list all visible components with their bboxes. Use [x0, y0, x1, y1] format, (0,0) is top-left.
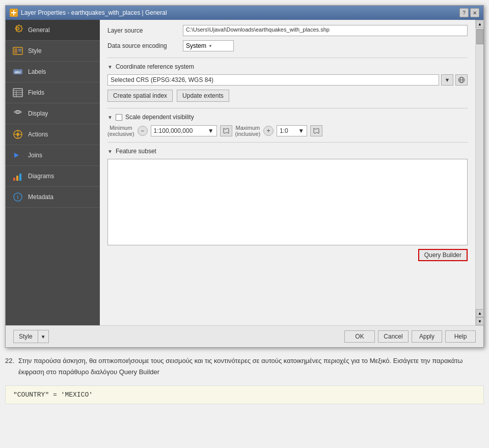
app-icon: [10, 9, 18, 17]
layer-source-label: Layer source: [107, 27, 179, 34]
window-body: General Style abc: [6, 20, 483, 325]
style-dropdown-btn[interactable]: ▼: [38, 330, 49, 343]
joins-icon: [12, 149, 24, 161]
sidebar-item-general[interactable]: General: [6, 20, 100, 41]
layer-source-value: C:\Users\Ujaval\Downloads\earthquakes_wi…: [183, 25, 468, 36]
scroll-down-btn[interactable]: ▼: [476, 317, 484, 325]
feature-subset-textarea[interactable]: [107, 159, 468, 245]
general-icon: [12, 24, 24, 36]
sidebar-item-style[interactable]: Style: [6, 41, 100, 62]
sidebar-fields-label: Fields: [28, 89, 44, 96]
svg-marker-31: [314, 128, 319, 133]
sidebar-labels-label: Labels: [28, 68, 46, 75]
svg-marker-30: [224, 128, 229, 133]
fields-icon: [12, 87, 24, 99]
numbered-paragraph: 22. Στην παρούσα άσκηση, θα οπτικοποιήσο…: [5, 355, 484, 378]
minimum-group: Minimum (exclusive): [107, 125, 134, 137]
plus-scale-btn[interactable]: +: [263, 126, 274, 136]
sidebar-display-label: Display: [28, 110, 48, 117]
query-builder-row: Query Builder: [107, 249, 468, 261]
layer-properties-window: Layer Properties - earthquakes_with_plac…: [5, 5, 484, 348]
crs-dropdown-btn[interactable]: ▼: [441, 74, 453, 86]
scroll-bottom-arrows: ▲ ▼: [476, 309, 483, 325]
sidebar-item-fields[interactable]: Fields: [6, 82, 100, 103]
maximum-scale-combo[interactable]: 1:0 ▼: [277, 125, 307, 136]
feature-subset-triangle: ▼: [107, 149, 113, 154]
feature-subset-label: Feature subset: [116, 148, 156, 155]
help-btn[interactable]: Help: [445, 330, 476, 343]
svg-rect-24: [19, 174, 21, 181]
cancel-btn[interactable]: Cancel: [378, 330, 409, 343]
crs-triangle: ▼: [107, 64, 113, 70]
metadata-icon: i: [12, 191, 24, 203]
maximum-inclusive-label: (inclusive): [235, 131, 261, 137]
style-btn-group: Style ▼: [13, 330, 49, 343]
diagrams-icon: [12, 170, 24, 182]
maximum-group: Maximum (inclusive): [235, 125, 261, 137]
labels-icon: abc: [12, 66, 24, 78]
encoding-row: Data source encoding System ▼: [107, 40, 468, 51]
main-panel: Layer source C:\Users\Ujaval\Downloads\e…: [100, 20, 475, 325]
svg-point-2: [17, 27, 19, 30]
code-block: "COUNTRY" = 'MEXICO': [5, 385, 484, 404]
min-combo-arrow: ▼: [208, 127, 214, 134]
svg-point-14: [17, 111, 19, 114]
scroll-up2-btn[interactable]: ▲: [476, 309, 484, 317]
max-map-icon-btn[interactable]: [310, 125, 322, 136]
crs-value-display: Selected CRS (EPSG:4326, WGS 84): [107, 74, 439, 86]
window-controls: ? ✕: [459, 8, 479, 17]
crs-globe-btn[interactable]: [455, 74, 468, 86]
title-bar: Layer Properties - earthquakes_with_plac…: [6, 6, 483, 20]
sidebar-item-labels[interactable]: abc Labels: [6, 62, 100, 82]
update-extents-btn[interactable]: Update extents: [177, 90, 229, 102]
sidebar-item-diagrams[interactable]: Diagrams: [6, 166, 100, 187]
layer-source-row: Layer source C:\Users\Ujaval\Downloads\e…: [107, 25, 468, 36]
sidebar-item-display[interactable]: Display: [6, 103, 100, 124]
sidebar-item-metadata[interactable]: i Metadata: [6, 187, 100, 208]
create-spatial-index-btn[interactable]: Create spatial index: [107, 90, 173, 102]
feature-subset-header: ▼ Feature subset: [107, 148, 468, 155]
max-combo-arrow: ▼: [298, 127, 304, 134]
scroll-up-btn[interactable]: ▲: [476, 20, 484, 28]
apply-btn[interactable]: Apply: [412, 330, 442, 343]
encoding-dropdown-arrow: ▼: [208, 44, 212, 48]
svg-text:abc: abc: [15, 70, 21, 74]
scale-row: Minimum (exclusive) − 1:100,000,000 ▼: [107, 125, 468, 137]
window-title: Layer Properties - earthquakes_with_plac…: [21, 9, 167, 16]
svg-rect-23: [16, 176, 18, 181]
crs-input-row: Selected CRS (EPSG:4326, WGS 84) ▼: [107, 74, 468, 86]
scale-section-label: Scale dependent visibility: [125, 114, 194, 121]
crs-section-header: ▼ Coordinate reference system: [107, 63, 468, 70]
sidebar-item-joins[interactable]: Joins: [6, 145, 100, 166]
sidebar-item-actions[interactable]: Actions: [6, 124, 100, 145]
maximum-scale-value: 1:0: [280, 127, 288, 134]
svg-rect-4: [14, 48, 17, 53]
min-map-icon-btn[interactable]: [220, 125, 232, 136]
ok-btn[interactable]: OK: [344, 330, 375, 343]
sidebar-general-label: General: [28, 26, 50, 34]
content-area: Layer source C:\Users\Ujaval\Downloads\e…: [100, 20, 483, 325]
scale-visibility-checkbox[interactable]: [116, 114, 122, 121]
minus-scale-btn[interactable]: −: [138, 126, 148, 136]
bottom-bar: Style ▼ OK Cancel Apply Help: [6, 325, 483, 347]
right-scrollbar[interactable]: ▲ ▲ ▼: [475, 20, 483, 325]
encoding-select[interactable]: System ▼: [183, 40, 234, 51]
divider-2: [107, 108, 468, 108]
svg-rect-22: [13, 178, 15, 181]
style-btn[interactable]: Style: [13, 330, 38, 343]
scroll-track: [476, 28, 483, 309]
style-icon: [12, 45, 24, 57]
query-builder-btn[interactable]: Query Builder: [418, 249, 468, 261]
divider-1: [107, 58, 468, 58]
scale-section-header: ▼ Scale dependent visibility: [107, 114, 468, 121]
paragraph-number: 22.: [5, 355, 14, 378]
sidebar-actions-label: Actions: [28, 131, 48, 138]
scroll-thumb[interactable]: [476, 29, 483, 44]
actions-icon: [12, 128, 24, 141]
close-window-btn[interactable]: ✕: [470, 8, 479, 17]
sidebar: General Style abc: [6, 20, 100, 325]
text-content: 22. Στην παρούσα άσκηση, θα οπτικοποιήσο…: [5, 355, 484, 378]
minimum-scale-combo[interactable]: 1:100,000,000 ▼: [151, 125, 217, 136]
data-source-encoding-label: Data source encoding: [107, 42, 179, 49]
help-window-btn[interactable]: ?: [459, 8, 469, 17]
